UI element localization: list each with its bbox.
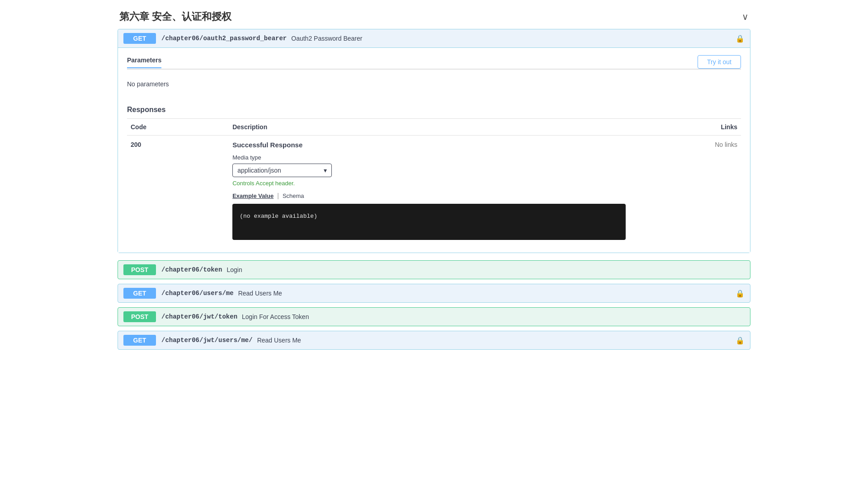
no-links-cell: No links bbox=[629, 136, 741, 246]
endpoint-path: /chapter06/jwt/users/me/ bbox=[161, 337, 253, 344]
chapter-title: 第六章 安全、认证和授权 bbox=[119, 10, 231, 23]
chapter-collapse-icon[interactable]: ∨ bbox=[742, 11, 749, 22]
parameters-section-tabs: Parameters Try it out bbox=[127, 55, 741, 70]
endpoint-path: /chapter06/users/me bbox=[161, 290, 234, 297]
other-endpoints-container: POST/chapter06/tokenLoginGET/chapter06/u… bbox=[118, 260, 750, 350]
parameters-tab[interactable]: Parameters bbox=[127, 56, 161, 68]
dropdown-arrow-icon: ▾ bbox=[324, 167, 327, 174]
endpoint-row[interactable]: GET/chapter06/users/meRead Users Me🔒 bbox=[118, 284, 750, 302]
endpoint-path: /chapter06/token bbox=[161, 266, 222, 273]
links-header: Links bbox=[629, 119, 741, 136]
media-type-value: application/json bbox=[237, 167, 281, 174]
responses-table: Code Description Links 200 Successful Re… bbox=[127, 119, 741, 245]
schema-tab[interactable]: Schema bbox=[283, 192, 304, 199]
code-header: Code bbox=[127, 119, 229, 136]
lock-icon: 🔒 bbox=[736, 34, 745, 43]
endpoint-summary: Login bbox=[226, 266, 242, 273]
successful-response-label: Successful Response bbox=[232, 141, 626, 149]
endpoint-summary: Login For Access Token bbox=[242, 313, 309, 320]
endpoint-summary: Oauth2 Password Bearer bbox=[291, 35, 362, 42]
get-method-badge: GET bbox=[123, 335, 156, 346]
media-type-select[interactable]: application/json ▾ bbox=[232, 164, 332, 177]
endpoint-row[interactable]: GET/chapter06/jwt/users/me/Read Users Me… bbox=[118, 331, 750, 349]
description-header: Description bbox=[229, 119, 629, 136]
endpoint-path: /chapter06/jwt/token bbox=[161, 313, 237, 320]
endpoint-content: Parameters Try it out No parameters Resp… bbox=[118, 48, 750, 253]
lock-icon: 🔒 bbox=[736, 289, 745, 298]
response-row-200: 200 Successful Response Media type appli… bbox=[127, 136, 741, 246]
expanded-endpoint-block: GET /chapter06/oauth2_password_bearer Oa… bbox=[118, 29, 750, 253]
endpoint-row[interactable]: POST/chapter06/jwt/tokenLogin For Access… bbox=[118, 308, 750, 326]
get-method-badge: GET bbox=[123, 33, 156, 44]
expanded-endpoint-header[interactable]: GET /chapter06/oauth2_password_bearer Oa… bbox=[118, 29, 750, 48]
endpoint-block--chapter06-users-me[interactable]: GET/chapter06/users/meRead Users Me🔒 bbox=[118, 284, 750, 303]
controls-accept-text: Controls Accept header. bbox=[232, 180, 626, 187]
post-method-badge: POST bbox=[123, 264, 156, 275]
responses-section: Responses Code Description Links 200 bbox=[127, 101, 741, 245]
endpoint-summary: Read Users Me bbox=[238, 290, 282, 297]
endpoint-block--chapter06-jwt-users-me-[interactable]: GET/chapter06/jwt/users/me/Read Users Me… bbox=[118, 331, 750, 350]
response-description-cell: Successful Response Media type applicati… bbox=[229, 136, 629, 246]
no-parameters-text: No parameters bbox=[127, 77, 741, 97]
post-method-badge: POST bbox=[123, 311, 156, 322]
example-value-tab[interactable]: Example Value bbox=[232, 192, 274, 199]
get-method-badge: GET bbox=[123, 288, 156, 299]
endpoint-path: /chapter06/oauth2_password_bearer bbox=[161, 35, 287, 42]
response-code: 200 bbox=[127, 136, 229, 246]
example-schema-tabs: Example Value | Schema bbox=[232, 192, 626, 199]
tab-divider: | bbox=[277, 192, 279, 199]
media-type-label: Media type bbox=[232, 154, 626, 161]
lock-icon: 🔒 bbox=[736, 336, 745, 345]
endpoint-block--chapter06-token[interactable]: POST/chapter06/tokenLogin bbox=[118, 260, 750, 279]
endpoint-row[interactable]: POST/chapter06/tokenLogin bbox=[118, 261, 750, 279]
example-code-block: (no example available) bbox=[232, 204, 626, 240]
try-it-out-button[interactable]: Try it out bbox=[698, 55, 741, 69]
endpoint-summary: Read Users Me bbox=[257, 337, 301, 344]
responses-title: Responses bbox=[127, 101, 741, 119]
chapter-header: 第六章 安全、认证和授权 ∨ bbox=[118, 5, 750, 29]
endpoint-block--chapter06-jwt-token[interactable]: POST/chapter06/jwt/tokenLogin For Access… bbox=[118, 307, 750, 326]
